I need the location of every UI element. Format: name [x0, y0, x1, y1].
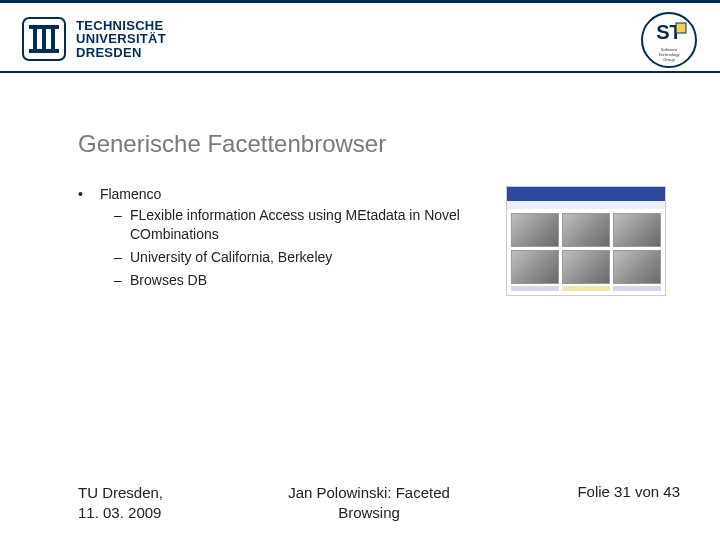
footer-location: TU Dresden, — [78, 484, 163, 501]
thumb-meta-cell — [562, 286, 610, 291]
thumb-cell — [613, 250, 661, 284]
content-row: Flamenco FLexible information Access usi… — [78, 186, 680, 296]
bullet-sub: University of California, Berkeley — [96, 248, 488, 267]
footer-talk-l1: Jan Polowinski: Faceted — [288, 484, 450, 501]
bullet-sub: Browses DB — [96, 271, 488, 290]
tud-line-3: DRESDEN — [76, 46, 166, 60]
bullet-sub: FLexible information Access using MEtada… — [96, 206, 488, 244]
slide-title: Generische Facettenbrowser — [78, 130, 680, 158]
bullet-column: Flamenco FLexible information Access usi… — [78, 186, 488, 296]
thumb-cell — [511, 213, 559, 247]
thumb-meta-cell — [511, 286, 559, 291]
thumb-cell — [613, 213, 661, 247]
header-divider — [0, 71, 720, 73]
slide-body: Generische Facettenbrowser Flamenco FLex… — [78, 130, 680, 296]
footer-page-prefix: Folie — [577, 483, 614, 500]
footer-date: 11. 03. 2009 — [78, 504, 161, 521]
thumb-header-bar — [507, 187, 665, 201]
svg-rect-5 — [29, 49, 59, 53]
footer-page-total: 43 — [663, 483, 680, 500]
bullet-main: Flamenco FLexible information Access usi… — [78, 186, 488, 290]
screenshot-thumbnail — [506, 186, 666, 296]
svg-rect-1 — [29, 25, 59, 29]
svg-rect-7 — [676, 23, 686, 33]
thumb-meta-row — [507, 286, 665, 294]
tud-crest-icon — [22, 17, 66, 61]
svg-rect-4 — [51, 29, 55, 49]
tud-line-1: TECHNISCHE — [76, 19, 166, 33]
footer-right: Folie 31 von 43 — [530, 483, 680, 500]
slide-header: TECHNISCHE UNIVERSITÄT DRESDEN ST Softwa… — [0, 0, 720, 70]
thumb-cell — [511, 250, 559, 284]
footer-talk-l2: Browsing — [338, 504, 400, 521]
footer-page-sep: von — [631, 483, 664, 500]
thumb-sub-bar — [507, 201, 665, 209]
st-logo-icon: ST Software Technology Group — [640, 11, 698, 69]
tud-name: TECHNISCHE UNIVERSITÄT DRESDEN — [76, 19, 166, 60]
tud-logo: TECHNISCHE UNIVERSITÄT DRESDEN — [22, 17, 166, 61]
footer-page-num: 31 — [614, 483, 631, 500]
thumb-portrait-grid — [507, 209, 665, 286]
bullet-main-label: Flamenco — [100, 186, 161, 202]
footer-mid: Jan Polowinski: Faceted Browsing — [208, 483, 530, 522]
thumb-cell — [562, 213, 610, 247]
slide: TECHNISCHE UNIVERSITÄT DRESDEN ST Softwa… — [0, 0, 720, 540]
thumb-cell — [562, 250, 610, 284]
svg-text:Group: Group — [663, 57, 675, 62]
thumb-meta-cell — [613, 286, 661, 291]
svg-rect-3 — [42, 29, 46, 49]
footer-left: TU Dresden, 11. 03. 2009 — [78, 483, 208, 522]
svg-rect-2 — [33, 29, 37, 49]
slide-footer: TU Dresden, 11. 03. 2009 Jan Polowinski:… — [78, 483, 680, 522]
tud-line-2: UNIVERSITÄT — [76, 32, 166, 46]
